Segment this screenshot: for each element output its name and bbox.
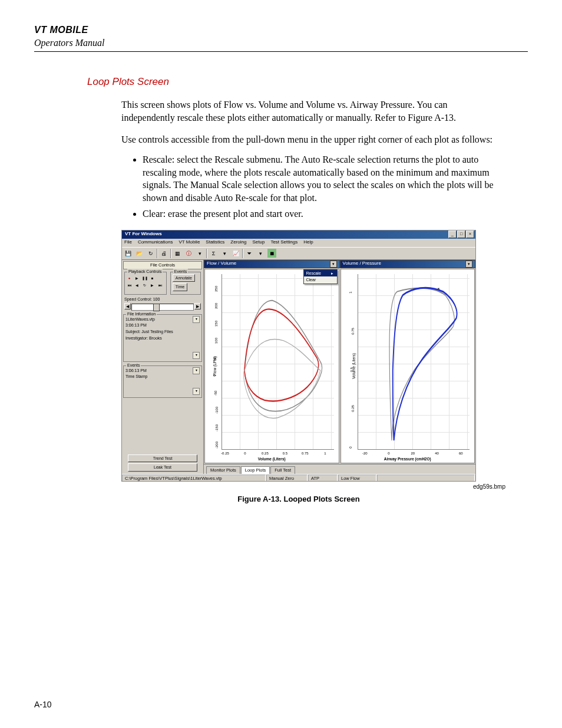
play-icon[interactable]: ▶ — [134, 276, 140, 281]
sigma-icon[interactable]: Σ — [209, 248, 219, 258]
speed-slider[interactable] — [131, 304, 194, 311]
plot-context-menu: Rescale▸ Clear — [303, 269, 338, 284]
maximize-button[interactable]: □ — [457, 230, 465, 238]
volume-pressure-plot: ↖ Volume (Liters) Airway Pressure (cmH2O… — [340, 269, 475, 463]
left-panel: File Controls Playback Controls ● ▶ ❚❚ ■… — [122, 260, 204, 474]
step-back-icon[interactable]: ◀ — [134, 283, 140, 288]
save-icon[interactable]: 💾 — [123, 248, 133, 258]
menu-communications[interactable]: Communications — [138, 239, 173, 246]
tab-monitor-plots[interactable]: Monitor Plots — [206, 466, 240, 474]
tab-full-test[interactable]: Full Test — [270, 466, 295, 474]
menubar: File Communications VT Mobile Statistics… — [122, 239, 475, 247]
dropdown-icon[interactable]: ▾ — [195, 248, 205, 258]
minimize-button[interactable]: _ — [448, 230, 457, 238]
rescale-submenu: Auto Re-scale Manual Scale — [339, 269, 339, 284]
plot2-menu-dropdown[interactable]: ▾ — [465, 261, 472, 268]
plot1-menu-dropdown[interactable]: ▾ — [330, 261, 337, 268]
open-icon[interactable]: 📂 — [134, 248, 144, 258]
paragraph-1: This screen shows plots of Flow vs. Volu… — [121, 98, 498, 124]
status-flow: Low Flow — [338, 475, 376, 482]
dropdown-icon[interactable]: ▾ — [220, 248, 230, 258]
grid-icon[interactable]: ▦ — [173, 248, 183, 258]
stop-play-icon[interactable]: ■ — [150, 276, 155, 281]
plot2-xlabel: Airway Pressure (cmH2O) — [384, 457, 431, 462]
chart-icon[interactable]: 📈 — [231, 248, 241, 258]
plot2-curves — [358, 274, 470, 449]
app-window: VT For Windows _ □ × File Communications… — [121, 230, 476, 482]
window-title: VT For Windows — [123, 231, 448, 238]
plot2-header: Volume / Pressure ▾ — [340, 260, 476, 268]
plot2-ylabel: Volume (Liters) — [352, 353, 357, 379]
slider-left-arrow[interactable]: ◀ — [124, 303, 131, 309]
file-controls-header: File Controls — [123, 261, 202, 269]
plot1-header: Flow / Volume ▾ — [204, 260, 340, 268]
print-icon[interactable]: 🖨 — [159, 248, 169, 258]
filter-icon[interactable]: ⏷ — [244, 248, 254, 258]
fileinfo-line: 3:06:13 PM — [125, 323, 200, 328]
annotate-button[interactable]: Annotate — [173, 274, 195, 282]
refresh-icon[interactable]: ↻ — [146, 248, 156, 258]
manual-subtitle: Operators Manual — [34, 37, 528, 50]
fileinfo-dropdown[interactable]: ▾ — [193, 316, 200, 323]
plot-panel: Flow / Volume ▾ Volume / Pressure ▾ — [204, 260, 475, 474]
menu-testsettings[interactable]: Test Settings — [270, 239, 297, 246]
menu-file[interactable]: File — [124, 239, 132, 246]
section-title: Loop Plots Screen — [87, 75, 528, 89]
fileinfo-line: 1LiterWaves.vtp — [125, 317, 200, 322]
tab-loop-plots[interactable]: Loop Plots — [241, 466, 270, 474]
menu-statistics[interactable]: Statistics — [206, 239, 224, 246]
fileinfo-line: Investigator: Brooks — [125, 336, 200, 341]
image-filename: edg59s.bmp — [121, 483, 505, 491]
menu-vtmobile[interactable]: VT Mobile — [178, 239, 200, 246]
file-info-group-label: File Information — [126, 311, 157, 317]
paragraph-2: Use controls accessible from the pull-do… — [121, 133, 498, 146]
fileinfo-line: Subject: Just Testing Files — [125, 330, 200, 335]
info-icon[interactable]: ⓘ — [184, 248, 194, 258]
record-icon[interactable]: ● — [127, 276, 132, 281]
close-button[interactable]: × — [466, 230, 474, 238]
fileinfo-dropdown-2[interactable]: ▾ — [193, 352, 200, 359]
loop-icon[interactable]: ↻ — [142, 283, 147, 288]
clear-menu-item[interactable]: Clear — [304, 276, 337, 283]
speed-control-label: Speed Control: 100 — [124, 297, 201, 302]
pause-icon[interactable]: ❚❚ — [142, 276, 147, 281]
stop-icon[interactable]: ⏹ — [267, 248, 277, 258]
menu-setup[interactable]: Setup — [252, 239, 265, 246]
flow-volume-plot: Rescale▸ Clear Auto Re-scale Manual Scal… — [204, 269, 339, 463]
figure-caption: Figure A-13. Looped Plots Screen — [121, 494, 476, 505]
titlebar: VT For Windows _ □ × — [122, 230, 475, 239]
leak-test-button[interactable]: Leak Test — [128, 463, 197, 471]
trend-test-button[interactable]: Trend Test — [128, 454, 197, 462]
product-name: VT MOBILE — [34, 24, 528, 37]
step-fwd-icon[interactable]: ▶ — [150, 283, 155, 288]
events-line: 3:06:13 PM — [125, 368, 200, 374]
slider-right-arrow[interactable]: ▶ — [194, 303, 201, 309]
plot-tabs: Monitor Plots Loop Plots Full Test — [204, 464, 475, 474]
rescale-menu-item[interactable]: Rescale▸ — [304, 270, 337, 276]
bullet-item: Clear: erase the present plot and start … — [143, 207, 498, 220]
playback-group-label: Playback Controls — [127, 269, 163, 274]
events-group-label: Events — [173, 269, 188, 274]
plot1-curves — [222, 274, 334, 449]
statusbar: C:\Program Files\VTPlus\Signals\1LiterWa… — [122, 474, 475, 482]
plot1-xlabel: Volume (Liters) — [258, 457, 286, 462]
menu-zeroing[interactable]: Zeroing — [230, 239, 246, 246]
skip-start-icon[interactable]: ⏮ — [127, 283, 132, 288]
events2-group-label: Events — [126, 363, 141, 368]
toolbar: 💾 📂 ↻ 🖨 ▦ ⓘ ▾ Σ ▾ 📈 ⏷ ▾ ⏹ — [122, 247, 475, 260]
events-dropdown[interactable]: ▾ — [193, 367, 200, 374]
events-dropdown-2[interactable]: ▾ — [193, 388, 200, 395]
time-button[interactable]: Time — [173, 283, 187, 291]
plot2-title: Volume / Pressure — [343, 261, 381, 267]
status-atp: ATP — [308, 475, 338, 482]
figure: VT For Windows _ □ × File Communications… — [121, 230, 476, 505]
plot1-title: Flow / Volume — [207, 261, 236, 267]
bullet-list: Rescale: select the Rescale submenu. The… — [121, 153, 498, 220]
skip-end-icon[interactable]: ⏭ — [157, 283, 163, 288]
events-line: Time Stamp — [125, 374, 200, 380]
menu-help[interactable]: Help — [303, 239, 313, 246]
dropdown-icon[interactable]: ▾ — [256, 248, 266, 258]
page-header: VT MOBILE Operators Manual — [34, 24, 528, 52]
bullet-item: Rescale: select the Rescale submenu. The… — [143, 153, 498, 204]
status-zero: Manual Zero — [266, 475, 308, 482]
